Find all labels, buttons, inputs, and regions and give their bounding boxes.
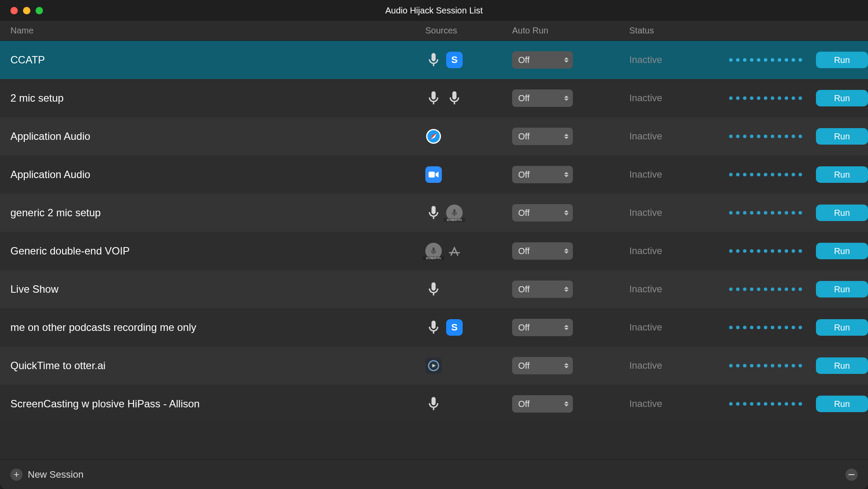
autorun-cell: Off [512, 395, 629, 413]
skype-icon: S [446, 319, 463, 336]
level-cell [729, 249, 816, 253]
run-button[interactable]: Run [816, 128, 868, 145]
run-cell: Run [816, 166, 868, 183]
status-label: Inactive [629, 169, 729, 180]
chevron-updown-icon [564, 172, 569, 177]
session-sources [425, 90, 512, 106]
chevron-updown-icon [564, 401, 569, 406]
level-meter [729, 135, 802, 138]
column-header-autorun[interactable]: Auto Run [512, 26, 629, 36]
run-button[interactable]: Run [816, 205, 868, 221]
autorun-cell: Off [512, 128, 629, 145]
mic-icon [425, 90, 442, 106]
session-rows: CCATPSOffInactiveRun2 mic setupOffInacti… [0, 41, 868, 459]
session-sources [425, 281, 512, 297]
column-header-sources[interactable]: Sources [425, 26, 512, 36]
session-row[interactable]: Application AudioOffInactiveRun [0, 117, 868, 155]
run-button[interactable]: Run [816, 90, 868, 106]
level-meter [729, 58, 802, 62]
run-button[interactable]: Run [816, 52, 868, 68]
autorun-cell: Off [512, 281, 629, 298]
level-cell [729, 402, 816, 406]
session-sources: BUILT-IN [425, 243, 512, 259]
session-row[interactable]: Live ShowOffInactiveRun [0, 270, 868, 308]
autorun-value: Off [518, 284, 529, 294]
autorun-select[interactable]: Off [512, 242, 573, 260]
session-row[interactable]: Application AudioOffInactiveRun [0, 155, 868, 194]
run-button[interactable]: Run [816, 166, 868, 183]
window-title: Audio Hijack Session List [0, 6, 868, 16]
session-sources [425, 166, 512, 183]
session-row[interactable]: generic 2 mic setupBUILT-INOffInactiveRu… [0, 194, 868, 232]
run-button[interactable]: Run [816, 357, 868, 374]
status-label: Inactive [629, 360, 729, 371]
level-cell [729, 364, 816, 367]
session-row[interactable]: me on other podcasts recording me onlySO… [0, 308, 868, 347]
session-name: generic 2 mic setup [0, 207, 425, 219]
run-button[interactable]: Run [816, 396, 868, 412]
new-session-label: New Session [28, 469, 83, 480]
mic-icon [425, 281, 442, 297]
session-row[interactable]: ScreenCasting w plosive HiPass - Allison… [0, 385, 868, 423]
level-meter [729, 249, 802, 253]
run-cell: Run [816, 319, 868, 336]
session-sources: S [425, 319, 512, 336]
session-row[interactable]: CCATPSOffInactiveRun [0, 41, 868, 79]
session-name: ScreenCasting w plosive HiPass - Allison [0, 398, 425, 410]
chevron-updown-icon [564, 134, 569, 139]
column-header-row: Name Sources Auto Run Status [0, 21, 868, 41]
session-name: me on other podcasts recording me only [0, 321, 425, 334]
session-row[interactable]: Generic double-end VOIPBUILT-INOffInacti… [0, 232, 868, 270]
mic-builtin-icon: BUILT-IN [446, 205, 463, 221]
autorun-value: Off [518, 170, 529, 180]
run-button[interactable]: Run [816, 281, 868, 297]
autorun-select[interactable]: Off [512, 204, 573, 221]
level-meter [729, 402, 802, 406]
status-label: Inactive [629, 398, 729, 410]
autorun-select[interactable]: Off [512, 166, 573, 183]
autorun-select[interactable]: Off [512, 319, 573, 336]
mic-builtin-icon: BUILT-IN [425, 243, 442, 259]
session-name: Live Show [0, 283, 425, 295]
status-label: Inactive [629, 131, 729, 142]
plus-icon: + [10, 469, 23, 481]
level-cell [729, 135, 816, 138]
status-label: Inactive [629, 284, 729, 295]
mic-icon [425, 396, 442, 412]
session-row[interactable]: 2 mic setupOffInactiveRun [0, 79, 868, 117]
autorun-value: Off [518, 93, 529, 103]
level-cell [729, 287, 816, 291]
chevron-updown-icon [564, 248, 569, 254]
run-cell: Run [816, 357, 868, 374]
chevron-updown-icon [564, 287, 569, 292]
autorun-select[interactable]: Off [512, 357, 573, 374]
session-sources: S [425, 52, 512, 68]
app-window: Audio Hijack Session List Name Sources A… [0, 0, 868, 489]
autorun-select[interactable]: Off [512, 128, 573, 145]
zoom-icon [425, 166, 442, 183]
run-button[interactable]: Run [816, 243, 868, 259]
autorun-cell: Off [512, 357, 629, 374]
remove-session-button[interactable]: − [845, 469, 858, 481]
autorun-select[interactable]: Off [512, 281, 573, 298]
status-label: Inactive [629, 245, 729, 257]
level-cell [729, 173, 816, 176]
new-session-button[interactable]: + New Session [10, 469, 83, 481]
autorun-select[interactable]: Off [512, 89, 573, 107]
level-meter [729, 364, 802, 367]
safari-icon [425, 128, 442, 145]
column-header-status[interactable]: Status [629, 26, 729, 36]
autorun-cell: Off [512, 319, 629, 336]
status-label: Inactive [629, 93, 729, 104]
autorun-select[interactable]: Off [512, 51, 573, 69]
run-button[interactable]: Run [816, 319, 868, 336]
autorun-select[interactable]: Off [512, 395, 573, 413]
column-header-name[interactable]: Name [0, 26, 425, 36]
session-sources: BUILT-IN [425, 205, 512, 221]
session-row[interactable]: QuickTime to otter.aiOffInactiveRun [0, 347, 868, 385]
session-name: Generic double-end VOIP [0, 245, 425, 257]
level-cell [729, 58, 816, 62]
level-cell [729, 326, 816, 329]
svg-rect-5 [429, 172, 435, 177]
mic-icon [446, 90, 463, 106]
